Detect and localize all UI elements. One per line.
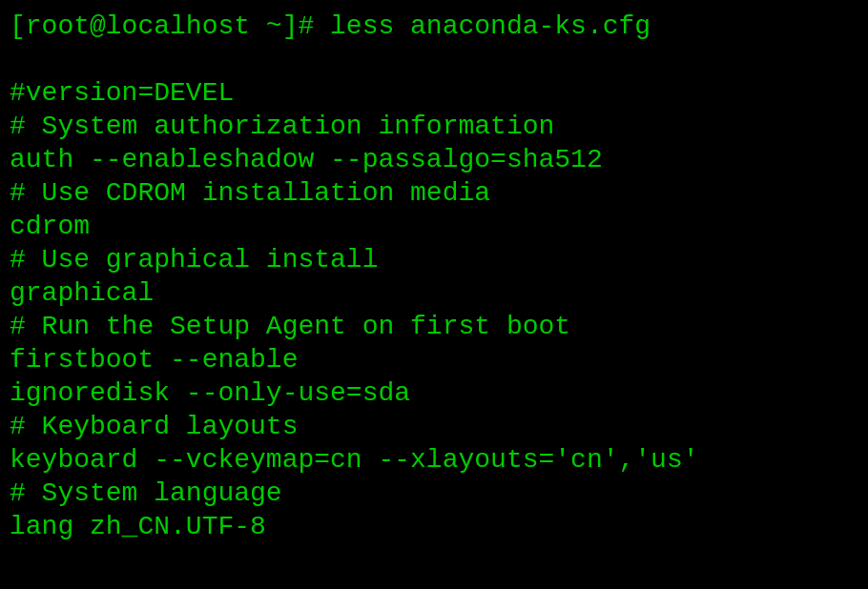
terminal-line-comment-auth: # System authorization information (10, 110, 858, 143)
terminal-line-comment-graphical: # Use graphical install (10, 243, 858, 276)
terminal-line-prompt: [root@localhost ~]# less anaconda-ks.cfg (10, 10, 858, 43)
terminal-line-cdrom: cdrom (10, 210, 858, 243)
terminal-window: [root@localhost ~]# less anaconda-ks.cfg… (10, 10, 858, 579)
terminal-line-auth: auth --enableshadow --passalgo=sha512 (10, 143, 858, 176)
terminal-line-graphical: graphical (10, 276, 858, 310)
terminal-line-ignoredisk: ignoredisk --only-use=sda (10, 376, 858, 410)
terminal-line-lang: lang zh_CN.UTF-8 (10, 510, 858, 543)
terminal-line-firstboot: firstboot --enable (10, 343, 858, 376)
terminal-line-blank1 (10, 43, 858, 76)
terminal-line-comment-lang: # System language (10, 477, 858, 510)
terminal-line-keyboard: keyboard --vckeymap=cn --xlayouts='cn','… (10, 443, 858, 477)
terminal-line-comment-keyboard: # Keyboard layouts (10, 410, 858, 443)
terminal-line-comment-cdrom: # Use CDROM installation media (10, 176, 858, 210)
terminal-line-comment-firstboot: # Run the Setup Agent on first boot (10, 310, 858, 343)
terminal-line-version: #version=DEVEL (10, 76, 858, 110)
